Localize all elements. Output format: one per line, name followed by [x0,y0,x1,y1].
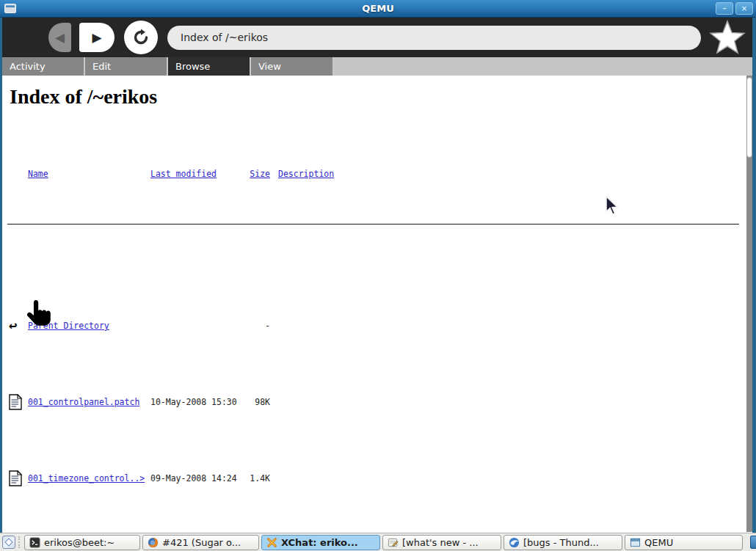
browser-toolbar: ◀ ▶ [2,18,752,57]
taskbar-button-label: QEMU [644,537,673,548]
file-size: - [249,316,270,335]
listing-row: ↩ Parent Directory - [2,316,752,335]
title-bar[interactable]: QEMU – × [0,0,756,18]
taskbar-button[interactable]: [what's new - ... [382,535,501,550]
taskbar-button-label: XChat: eriko... [281,537,358,548]
taskbar-button[interactable]: #421 (Sugar o... [142,535,259,550]
menu-tab-label: Edit [92,61,111,72]
menu-tab-label: Browse [175,61,210,72]
forward-icon: ▶ [92,30,101,45]
window-icon [630,537,641,548]
file-link[interactable]: Parent Directory [28,321,109,331]
firefox-icon [148,537,159,548]
menu-tab-view[interactable]: View [251,57,334,76]
qemu-window: QEMU – × ◀ ▶ Activity Edit [0,0,756,551]
sort-by-size-link[interactable]: Size [250,169,270,179]
taskbar-button-label: [bugs - Thund... [523,537,599,548]
file-modified: 10-May-2008 15:30 [150,393,249,412]
star-icon [709,20,746,55]
thunderbird-icon [509,537,520,548]
taskbar-button-label: erikos@beet:~ [44,537,115,548]
file-type-icon [9,469,28,488]
refresh-icon [132,29,150,46]
menu-tab-edit[interactable]: Edit [85,57,168,76]
page-title: Index of /~erikos [10,85,752,109]
taskbar-button-label: [what's new - ... [402,537,479,548]
listing-row: 001_controlpanel.patch 10-May-2008 15:30… [2,393,752,412]
back-icon: ◀ [55,30,65,45]
back-button[interactable]: ◀ [48,23,71,52]
listing-header-row: Name Last modified Size Description [2,164,752,183]
text-file-icon [9,394,22,410]
workspace-applet-icon[interactable] [2,536,15,549]
page-content: Index of /~erikos Name Last modified Siz… [2,76,752,532]
window-title: QEMU [0,3,756,14]
note-icon [388,537,399,548]
refresh-button[interactable] [124,21,158,54]
menu-tab-label: Activity [10,61,46,72]
taskbar-button-label: #421 (Sugar o... [162,537,241,548]
bookmark-button[interactable] [707,20,748,55]
taskbar-button[interactable]: [bugs - Thund... [504,535,622,550]
listing-row: 001_timezone_control..> 09-May-2008 14:2… [2,469,752,488]
taskbar: erikos@beet:~ #421 (Sugar o... XChat: er… [0,533,756,551]
taskbar-button[interactable]: XChat: eriko... [261,535,380,550]
directory-listing: Name Last modified Size Description ↩ Pa… [2,126,752,532]
menu-tab-browse[interactable]: Browse [168,57,251,76]
xchat-icon [266,537,277,548]
menu-tab-label: View [258,61,281,72]
menu-tab-bar: Activity Edit Browse View [2,57,752,76]
url-input[interactable] [167,26,701,50]
file-type-icon [9,393,28,412]
scrollbar-thumb[interactable] [746,77,752,158]
forward-button[interactable]: ▶ [79,23,115,52]
listing-divider [7,224,739,225]
terminal-icon [29,537,40,548]
file-size: 1.4K [249,469,270,488]
vertical-scrollbar[interactable] [746,76,752,532]
file-type-icon: ↩ [9,316,28,335]
file-link[interactable]: 001_controlpanel.patch [28,397,139,407]
back-arrow-icon: ↩ [9,318,17,332]
text-file-icon [9,470,22,486]
sort-by-modified-link[interactable]: Last modified [150,169,217,179]
file-link[interactable]: 001_timezone_control..> [28,473,145,484]
menu-tab-activity[interactable]: Activity [2,57,85,76]
sort-by-name-link[interactable]: Name [28,169,48,179]
taskbar-button[interactable]: erikos@beet:~ [24,535,140,550]
browser-frame: ◀ ▶ Activity Edit Browse View Index [0,18,756,533]
file-modified: 09-May-2008 14:24 [150,469,249,488]
taskbar-edge-icon[interactable] [750,536,756,549]
sort-by-description-link[interactable]: Description [278,169,334,179]
file-size: 98K [249,393,270,412]
taskbar-button[interactable]: QEMU [625,535,743,550]
taskbar-separator [18,536,21,548]
